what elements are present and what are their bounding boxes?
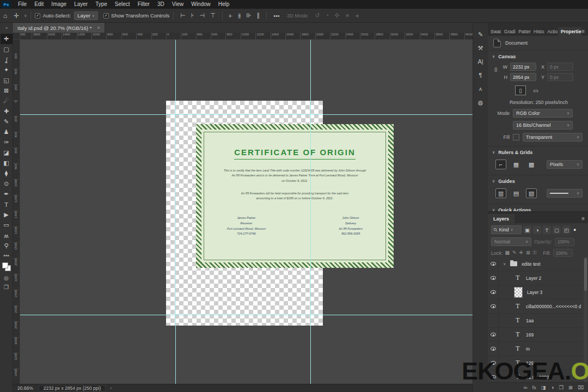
panel-tab[interactable]: Histo [531,27,544,36]
menu-item[interactable]: Help [215,0,234,9]
menu-item[interactable]: View [168,0,188,9]
3d-mode-icon[interactable]: ◔ [326,12,329,19]
tool-button[interactable]: ⚲ [1,241,13,251]
visibility-cell[interactable] [488,271,499,285]
scrollbar-thumb[interactable] [584,258,587,291]
guide-vertical-left[interactable] [175,40,176,384]
rulers-grids-section-header[interactable]: ∨ Rulers & Grids [488,146,588,157]
tool-button[interactable]: ⧫ [1,168,13,179]
left-ruler[interactable]: 6004002000200400600800100012001400160018… [13,40,20,384]
align-icon[interactable]: ⊣ [200,12,205,19]
layer-row[interactable]: ∨ T 1aa [488,314,588,328]
close-icon[interactable]: × [97,25,100,30]
menu-item[interactable]: 3D [154,0,168,9]
menu-item[interactable]: Image [47,0,70,9]
panel-icon[interactable]: ◍ [474,96,487,108]
canvas-width-field[interactable]: 2232 px [510,63,536,71]
color-mode-dropdown[interactable]: RGB Color ∨ [513,109,573,118]
visibility-cell[interactable] [488,299,499,313]
tool-button[interactable]: ✎ [1,117,13,127]
portrait-orientation-button[interactable]: ▯ [515,85,526,95]
distribute-icon[interactable]: ⫵ [238,12,241,19]
edit-toolbar-icon[interactable]: ••• [3,253,9,259]
panel-icon[interactable]: ✎ [474,28,487,40]
guide-style-dropdown[interactable]: ∨ [547,189,583,198]
eye-icon[interactable] [491,304,496,308]
visibility-cell[interactable] [488,314,499,327]
menu-item[interactable]: File [14,0,30,9]
panel-icon[interactable]: ⚒ [474,42,487,54]
eye-icon[interactable] [491,276,496,280]
group-expand-icon[interactable]: ∨ [503,262,506,266]
guide-horizontal-top[interactable] [20,114,473,115]
tool-button[interactable]: T [1,199,13,210]
menu-item[interactable]: Filter [134,0,154,9]
eye-icon[interactable] [491,262,496,266]
layers-menu-icon[interactable]: ≡ [581,216,588,223]
filter-icon[interactable]: ◑ [533,226,541,234]
tool-button[interactable]: ✦ [1,65,13,75]
menu-item[interactable]: Type [91,0,111,9]
distribute-icon[interactable]: ∥ [257,12,260,19]
panel-tab[interactable]: Actio [544,27,558,36]
current-tool-icon[interactable]: ✛ [14,12,19,20]
fill-swatch[interactable] [513,134,519,140]
screen-mode-icon[interactable]: ❐ [4,284,9,290]
ruler-corner[interactable] [13,33,20,40]
eye-icon[interactable] [491,333,496,336]
foreground-color-swatch[interactable] [2,262,8,268]
tool-button[interactable]: ⊠ [1,85,13,96]
panel-icon[interactable]: A| [474,56,487,68]
3d-mode-icon[interactable]: ◂ [356,12,359,19]
toggle-pixel-grid-icon[interactable]: ▩ [526,160,537,169]
guide-vertical-right[interactable] [310,40,311,384]
menu-item[interactable]: Window [187,0,215,9]
tool-button[interactable]: ▢ [1,44,13,54]
visibility-cell[interactable] [488,285,499,299]
landscape-orientation-button[interactable]: ▭ [530,85,541,95]
panel-tab[interactable]: Swat [488,27,501,36]
more-options-icon[interactable]: ••• [273,13,280,19]
lock-icon[interactable]: ⊞ [526,250,530,256]
layer-row[interactable]: ∨ T Layer 2 [488,271,588,285]
color-swatches[interactable] [2,262,11,271]
lock-icon[interactable]: ✛ [519,250,524,256]
lock-guides-icon[interactable]: ▤ [511,188,522,198]
canvas-height-field[interactable]: 2854 px [510,73,536,81]
panel-menu-icon[interactable]: ≡ [581,28,588,36]
filter-toggle-icon[interactable]: ● [573,227,576,232]
toggle-guides-icon[interactable]: ▥ [495,188,506,198]
distribute-icon[interactable]: ⫦ [229,12,232,19]
layer-row[interactable]: ∨ T Layer 3 [488,285,588,299]
tool-button[interactable]: ▭ [1,220,13,230]
align-icon[interactable]: ⊦ [191,12,194,19]
bit-depth-dropdown[interactable]: 16 Bits/Channel ∨ [513,121,573,130]
home-icon[interactable]: ⌂ [3,12,7,20]
menu-item[interactable]: Layer [70,0,91,9]
panel-icon[interactable]: ¶ [474,69,487,81]
visibility-cell[interactable] [488,342,499,356]
layers-tab[interactable]: Layers [488,214,514,223]
quick-mask-icon[interactable]: ◎ [4,275,9,281]
fill-dropdown[interactable]: Transparent ∨ [523,133,583,142]
tool-button[interactable]: ʆ [1,54,13,65]
layer-name[interactable]: 1aa [526,318,534,323]
toggle-grid-icon[interactable]: ▦ [511,160,522,169]
clear-guides-icon[interactable]: ▧ [526,188,537,198]
tool-button[interactable]: ▶ [1,210,13,220]
tool-button[interactable]: ♟ [1,127,13,137]
auto-select-target-dropdown[interactable]: Layer ∨ [74,11,98,20]
distribute-icon[interactable]: ⊪ [246,12,252,19]
panel-tab[interactable]: Properties [558,27,581,36]
visibility-cell[interactable] [488,328,499,341]
opacity-field[interactable]: 100% [555,238,574,246]
tool-button[interactable]: ◱ [1,75,13,85]
lock-icon[interactable]: ⚿ [533,250,537,256]
visibility-cell[interactable] [488,257,499,271]
layer-row[interactable]: ∨ T cilla0000000...<<<<<<<0 d [488,299,588,314]
tool-button[interactable]: ◧ [1,158,13,168]
layer-name[interactable]: m [526,346,530,352]
certificate-layer[interactable]: CERTIFICATE OF ORIGIN This is to certify… [196,124,394,268]
ruler-units-dropdown[interactable]: Pixels ∨ [547,160,583,169]
tool-button[interactable]: ☄ [1,96,13,106]
